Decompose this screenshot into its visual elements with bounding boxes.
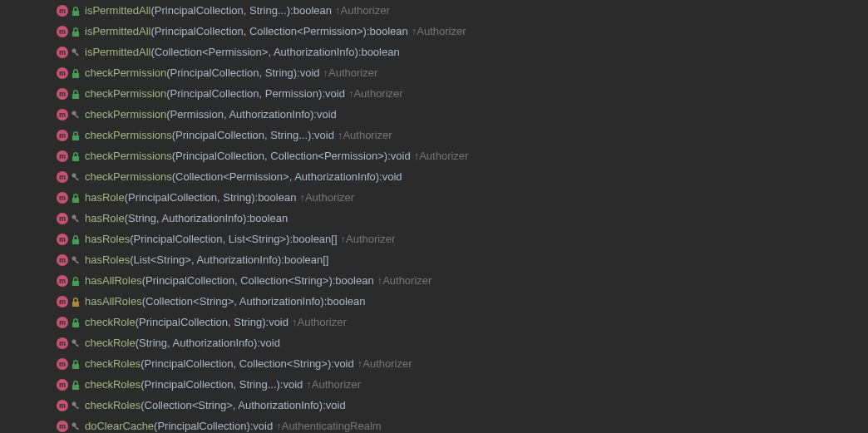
green-lock-icon [70, 151, 81, 161]
green-lock-icon [70, 27, 81, 37]
method-params: PrincipalCollection, Collection<String> [145, 357, 328, 370]
key-icon [70, 421, 81, 431]
method-return-type: boolean [258, 191, 296, 204]
method-row[interactable]: misPermittedAll(Collection<Permission>, … [0, 42, 868, 62]
paren-close: ): [328, 274, 335, 287]
method-return-type: boolean [335, 274, 373, 287]
method-params: Collection<Permission>, AuthorizationInf… [155, 46, 355, 58]
override-source: Authorizer [341, 4, 390, 17]
method-params: PrincipalCollection, String [128, 191, 251, 204]
method-row[interactable]: mhasRole(String, AuthorizationInfo): boo… [0, 208, 868, 229]
method-return-type: boolean[] [293, 233, 338, 245]
method-name: checkRoles [85, 378, 141, 391]
method-row[interactable]: misPermittedAll(PrincipalCollection, Col… [0, 21, 868, 42]
method-params: PrincipalCollection, String... [175, 129, 308, 141]
method-list: misPermittedAll(PrincipalCollection, Str… [0, 0, 868, 433]
method-params: Permission, AuthorizationInfo [170, 108, 310, 121]
method-name: checkPermission [85, 66, 166, 79]
method-return-type: void [314, 129, 334, 141]
paren-close: ): [287, 4, 293, 17]
method-row[interactable]: mcheckPermissions(Collection<Permission>… [0, 166, 868, 187]
method-return-type: void [300, 66, 320, 79]
method-name: checkPermissions [85, 170, 172, 183]
method-params: String, AuthorizationInfo [139, 337, 254, 349]
paren-close: ): [286, 233, 293, 245]
method-return-type: void [253, 420, 273, 432]
paren-close: ): [262, 316, 269, 328]
method-row[interactable]: mcheckPermission(Permission, Authorizati… [0, 104, 868, 125]
override-indicator: ↑AuthenticatingRealm [276, 420, 381, 432]
method-return-type: boolean [327, 295, 365, 308]
method-icon: m [57, 88, 68, 100]
paren-close: ): [251, 191, 258, 204]
method-row[interactable]: mcheckRoles(PrincipalCollection, Collect… [0, 353, 868, 374]
override-indicator: ↑Authorizer [292, 316, 347, 328]
paren-close: ): [328, 357, 334, 370]
method-return-type: void [283, 378, 303, 391]
green-lock-icon [70, 89, 81, 99]
method-row[interactable]: mhasRoles(PrincipalCollection, List<Stri… [0, 229, 868, 249]
method-icon: m [57, 358, 68, 370]
method-icon: m [57, 379, 68, 391]
override-source: Authorizer [305, 191, 354, 204]
method-icon: m [57, 234, 68, 245]
method-row[interactable]: mhasRoles(List<String>, AuthorizationInf… [0, 249, 868, 270]
method-name: hasRole [85, 191, 125, 204]
key-icon [70, 338, 81, 348]
paren-close: ): [310, 108, 317, 121]
method-name: hasRoles [85, 253, 130, 266]
override-indicator: ↑Authorizer [414, 150, 469, 162]
method-params: PrincipalCollection [157, 420, 246, 432]
override-indicator: ↑Authorizer [348, 87, 403, 100]
method-icon: m [57, 192, 68, 204]
method-icon: m [57, 47, 68, 58]
method-name: isPermittedAll [85, 25, 150, 37]
key-icon [70, 401, 81, 411]
override-source: Authorizer [346, 233, 395, 245]
method-return-type: boolean [249, 212, 288, 224]
green-lock-icon [70, 6, 81, 16]
method-return-type: boolean [370, 25, 408, 37]
method-return-type: void [325, 87, 345, 100]
method-params: PrincipalCollection, String [170, 66, 293, 79]
method-row[interactable]: mhasAllRoles(Collection<String>, Authori… [0, 291, 868, 312]
method-row[interactable]: mcheckPermission(PrincipalCollection, Pe… [0, 83, 868, 104]
paren-close: ): [319, 399, 326, 411]
method-row[interactable]: mcheckRole(String, AuthorizationInfo): v… [0, 332, 868, 353]
method-icon: m [57, 130, 68, 141]
method-name: checkPermissions [85, 129, 172, 141]
method-params: PrincipalCollection, String... [155, 4, 287, 17]
override-source: Authorizer [419, 150, 468, 162]
override-source: Authorizer [382, 274, 432, 287]
green-lock-icon [70, 68, 81, 78]
method-row[interactable]: mcheckRole(PrincipalCollection, String):… [0, 312, 868, 332]
method-row[interactable]: mhasRole(PrincipalCollection, String): b… [0, 187, 868, 208]
method-params: Collection<String>, AuthorizationInfo [145, 295, 320, 308]
method-params: PrincipalCollection, Permission [170, 87, 318, 100]
method-icon: m [57, 254, 68, 266]
key-icon [70, 255, 81, 265]
method-name: checkRoles [85, 357, 141, 370]
method-name: checkRole [85, 337, 136, 349]
method-row[interactable]: mcheckPermissions(PrincipalCollection, S… [0, 125, 868, 145]
method-icon: m [57, 150, 68, 162]
method-row[interactable]: mcheckRoles(Collection<String>, Authoriz… [0, 395, 868, 416]
method-name: isPermittedAll [85, 4, 150, 17]
paren-close: ): [278, 253, 284, 266]
method-row[interactable]: mcheckPermission(PrincipalCollection, St… [0, 62, 868, 83]
method-name: hasRoles [85, 233, 130, 245]
method-return-type: boolean [293, 4, 332, 17]
method-row[interactable]: mcheckPermissions(PrincipalCollection, C… [0, 145, 868, 166]
override-indicator: ↑Authorizer [299, 191, 354, 204]
override-indicator: ↑Authorizer [338, 129, 392, 141]
method-icon: m [57, 400, 68, 411]
method-row[interactable]: misPermittedAll(PrincipalCollection, Str… [0, 0, 868, 21]
method-return-type: void [269, 316, 289, 328]
method-name: checkRole [85, 316, 136, 328]
method-params: PrincipalCollection, Collection<Permissi… [155, 25, 363, 37]
method-name: checkRoles [85, 399, 141, 411]
method-row[interactable]: mcheckRoles(PrincipalCollection, String.… [0, 374, 868, 395]
method-row[interactable]: mdoClearCache(PrincipalCollection): void… [0, 416, 868, 433]
override-source: Authorizer [353, 87, 402, 100]
method-row[interactable]: mhasAllRoles(PrincipalCollection, Collec… [0, 270, 868, 291]
